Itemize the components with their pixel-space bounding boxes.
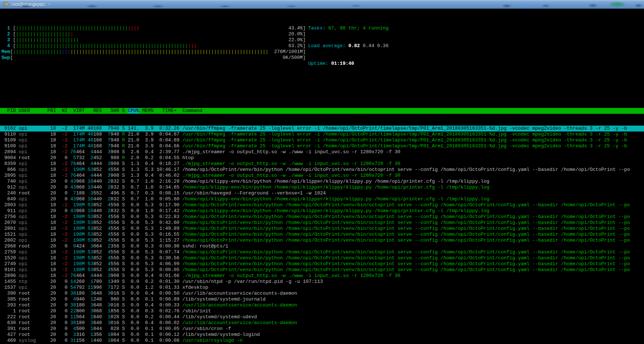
- process-row[interactable]: 427 root 20 0 3316 1356 1084 S 0.0 0.1 0…: [0, 332, 644, 338]
- user-cell: root: [19, 332, 45, 337]
- cpu-pct-cell: 0.0: [128, 296, 139, 302]
- column-header-time[interactable]: TIME+: [156, 108, 179, 113]
- mem-pct-cell: 0.4: [142, 273, 153, 278]
- state-cell: S: [122, 273, 125, 278]
- process-row[interactable]: 240 root 20 0 7188 3552 496 S 0.7 0.3 0:…: [0, 190, 644, 196]
- column-header-cpupct[interactable]: CPU%: [128, 108, 139, 113]
- column-header-ni[interactable]: NI: [59, 108, 67, 113]
- pid-cell: 9109: [1, 137, 16, 143]
- process-row[interactable]: 469 syslog 20 0 31156 1440 1064 S 0.0 0.…: [0, 338, 644, 344]
- nice-cell: -2: [59, 255, 67, 261]
- column-header-virt[interactable]: VIRT: [70, 108, 85, 113]
- state-cell: S: [122, 226, 125, 231]
- nice-cell: 0: [59, 279, 67, 284]
- process-row[interactable]: 866 opi 18 -2 198M 53852 4556 S 1.3 5.3 …: [0, 167, 644, 173]
- column-header-command[interactable]: Command: [182, 108, 203, 113]
- process-row[interactable]: 2756 opi 18 -2 198M 53852 4556 S 0.0 5.3…: [0, 214, 644, 220]
- nice-cell: -2: [59, 273, 67, 278]
- process-command: /home/opi/klippy-env/bin/python /home/op…: [182, 185, 490, 190]
- process-row[interactable]: 2759 opi 18 -2 198M 53852 4556 S 0.0 5.3…: [0, 249, 644, 255]
- window-titlebar[interactable]: root@orangepipc: ~: [0, 0, 644, 9]
- process-row[interactable]: 393 root 20 0 38180 3648 3016 S 0.0 0.4 …: [0, 302, 644, 308]
- cpu-pct-cell: 21.0: [128, 143, 139, 149]
- mem-pct-cell: 1.0: [142, 196, 153, 202]
- process-row[interactable]: 385 root 20 0 4940 1248 960 S 0.0 0.1 0:…: [0, 296, 644, 302]
- process-command: /home/opi/OctoPrint/venv/bin/python /hom…: [182, 226, 630, 231]
- time-cell: 0:00.08: [157, 338, 179, 343]
- pid-cell: 240: [1, 190, 16, 196]
- nice-cell: 0: [59, 291, 67, 296]
- pid-cell: 1520: [1, 255, 16, 261]
- priority-cell: 18: [47, 214, 56, 220]
- process-row[interactable]: 2894 opi 18 -2 76464 4444 3908 S 2.6 0.4…: [0, 149, 644, 155]
- process-row[interactable]: 2749 opi 18 -2 198M 53852 4556 S 0.0 5.3…: [0, 261, 644, 267]
- nice-cell: 0: [59, 320, 67, 326]
- process-row[interactable]: 2968 root 20 0 9424 3064 2356 S 0.0 0.3 …: [0, 243, 644, 249]
- process-row[interactable]: 9101 opi 18 -2 198M 53852 4556 S 0.0 5.3…: [0, 267, 644, 273]
- process-row[interactable]: 912 opi 20 0 43968 10440 2832 S 0.7 1.0 …: [0, 185, 644, 190]
- process-row[interactable]: 1537 opi 20 0 54792 11996 7172 S 0.0 1.2…: [0, 285, 644, 291]
- priority-cell: 18: [47, 131, 56, 137]
- cpu-pct-cell: 0.0: [128, 314, 139, 320]
- user-cell: root: [19, 314, 45, 320]
- process-row[interactable]: 2070 opi 18 -2 198M 53852 4556 S 0.0 5.3…: [0, 220, 644, 226]
- process-row[interactable]: 1455 ntp 20 0 14268 1780 1340 S 0.0 0.2 …: [0, 279, 644, 285]
- pid-cell: 391: [1, 326, 16, 331]
- nice-cell: 0: [59, 302, 67, 308]
- pid-cell: 1: [1, 308, 16, 314]
- mem-pct-cell: 0.3: [142, 308, 153, 314]
- mem-pct-cell: 0.4: [142, 161, 153, 166]
- process-row[interactable]: 2896 opi 18 -2 76464 4444 3908 S 0.0 0.4…: [0, 273, 644, 279]
- user-cell: opi: [19, 238, 45, 243]
- process-row[interactable]: 9109 opi 18 -2 174M 40168 7948 R 21.0 3.…: [0, 137, 644, 143]
- column-header-pri[interactable]: PRI: [47, 108, 56, 113]
- priority-cell: 18: [47, 173, 56, 178]
- process-row[interactable]: 911 opi 20 0 43968 10440 2832 S 0.0 1.0 …: [0, 208, 644, 214]
- column-header-mempct[interactable]: MEM%: [142, 108, 153, 113]
- process-row[interactable]: 9110 opi 18 -2 174M 40168 7948 R 21.0 3.…: [0, 131, 644, 137]
- column-header-res[interactable]: RES: [88, 108, 102, 113]
- process-row[interactable]: 222 root 20 0 11564 1640 1028 S 0.0 0.2 …: [0, 314, 644, 320]
- process-row[interactable]: 740 opi 20 0 43968 10440 2832 S 0.7 1.0 …: [0, 179, 644, 185]
- priority-cell: 20: [47, 338, 56, 343]
- process-row[interactable]: 1521 opi 18 -2 198M 53852 4556 S 0.0 5.3…: [0, 232, 644, 238]
- user-cell: opi: [19, 149, 45, 155]
- user-cell: root: [19, 296, 45, 302]
- user-cell: ntp: [19, 279, 45, 284]
- state-cell: S: [122, 220, 125, 225]
- process-row[interactable]: 2895 opi 18 -2 76464 4444 3908 S 1.3 0.4…: [0, 173, 644, 179]
- process-row[interactable]: 9004 root 20 0 5732 2452 988 R 2.0 0.2 0…: [0, 155, 644, 161]
- nice-cell: -2: [59, 161, 67, 166]
- process-row[interactable]: 1 root 20 0 22800 3068 1856 S 0.0 0.3 0:…: [0, 308, 644, 314]
- process-row[interactable]: 630 root 20 0 38180 3648 3016 S 0.0 0.4 …: [0, 320, 644, 326]
- mem-pct-cell: 5.3: [142, 220, 153, 225]
- process-row[interactable]: 8359 opi 18 -2 76464 4444 3908 S 1.3 0.4…: [0, 161, 644, 167]
- load-average-rest: 0.44 0.36: [360, 43, 388, 49]
- mem-pct-cell: 1.2: [142, 285, 153, 290]
- process-row[interactable]: 849 opi 20 0 43968 10440 2832 S 0.7 1.0 …: [0, 196, 644, 202]
- process-row[interactable]: 2803 opi 18 -2 198M 53852 4556 S 0.0 5.3…: [0, 202, 644, 208]
- process-row[interactable]: 9108 opi 18 -2 174M 40168 7948 R 21.0 3.…: [0, 143, 644, 149]
- process-row[interactable]: 390 root 20 0 38180 3648 3016 S 0.0 0.4 …: [0, 291, 644, 296]
- column-header-s[interactable]: S: [122, 108, 125, 113]
- column-header-shr[interactable]: SHR: [105, 108, 119, 113]
- process-row[interactable]: 2802 opi 18 -2 198M 53852 4556 S 0.0 5.3…: [0, 238, 644, 243]
- process-row[interactable]: 9102 opi 18 -2 174M 40168 7948 S 141. 3.…: [0, 126, 644, 131]
- pid-cell: 222: [1, 314, 16, 320]
- pid-cell: 2894: [1, 149, 16, 155]
- column-header-user[interactable]: USER: [19, 108, 45, 113]
- swap-meter-bar: 0K/500M: [13, 55, 303, 61]
- process-row[interactable]: 391 root 20 0 4500 1044 828 S 0.0 0.1 0:…: [0, 326, 644, 332]
- mem-pct-cell: 0.2: [142, 155, 153, 161]
- nice-cell: -2: [59, 267, 67, 273]
- terminal-screen[interactable]: 1 [|||||||||||||||||||||||||||||||||||||…: [0, 9, 644, 344]
- mem-pct-cell: 5.3: [142, 267, 153, 273]
- process-row[interactable]: 1520 opi 18 -2 198M 53852 4556 S 0.0 5.3…: [0, 255, 644, 261]
- user-cell: root: [19, 320, 45, 326]
- memory-meter-value: 276M/1001M: [274, 49, 303, 55]
- cpu-pct-cell: 0.0: [128, 226, 139, 231]
- process-command: sshd: root@pts/1: [182, 243, 228, 249]
- process-row[interactable]: 2801 opi 18 -2 198M 53852 4556 S 0.0 5.3…: [0, 226, 644, 232]
- column-header-pid[interactable]: PID: [1, 108, 16, 113]
- process-command: /home/opi/OctoPrint/venv/bin/python /hom…: [182, 220, 630, 225]
